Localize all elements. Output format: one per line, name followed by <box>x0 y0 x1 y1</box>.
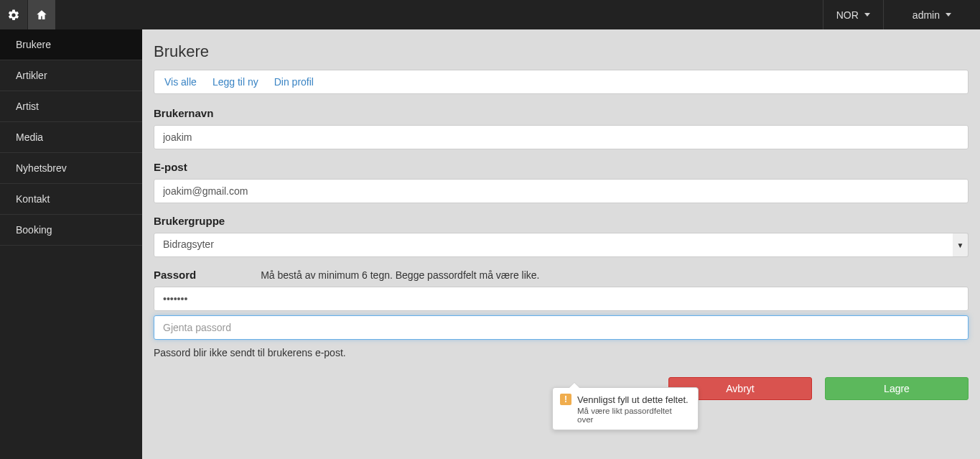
sidebar-item-nyhetsbrev[interactable]: Nyhetsbrev <box>0 153 142 184</box>
user-form: Brukernavn E-post Brukergruppe Bidragsyt… <box>154 107 969 400</box>
password-label: Passord <box>154 269 196 281</box>
tab-your-profile[interactable]: Din profil <box>274 76 314 88</box>
username-label: Brukernavn <box>154 107 969 119</box>
gear-icon <box>7 9 20 22</box>
password-input[interactable] <box>154 287 969 311</box>
group-select[interactable]: Bidragsyter ▼ <box>154 233 969 257</box>
save-button[interactable]: Lagre <box>825 377 969 400</box>
group-selected-value: Bidragsyter <box>154 233 969 257</box>
sidebar-item-label: Kontakt <box>16 193 50 205</box>
password-note: Passord blir ikke sendt til brukerens e-… <box>154 347 969 358</box>
email-label: E-post <box>154 161 969 173</box>
tab-show-all[interactable]: Vis alle <box>164 76 197 88</box>
password-hint: Må bestå av minimum 6 tegn. Begge passor… <box>261 269 539 281</box>
topbar-spacer <box>56 0 823 29</box>
select-arrow-icon: ▼ <box>953 233 969 257</box>
sidebar: Brukere Artikler Artist Media Nyhetsbrev… <box>0 29 142 459</box>
validation-tooltip: ! Vennligst fyll ut dette feltet. Må vær… <box>552 387 699 430</box>
tabbar: Vis alle Legg til ny Din profil <box>154 70 969 94</box>
sidebar-item-label: Nyhetsbrev <box>16 162 67 174</box>
home-icon <box>35 9 48 22</box>
sidebar-item-label: Booking <box>16 224 52 236</box>
settings-button[interactable] <box>0 0 27 29</box>
sidebar-item-booking[interactable]: Booking <box>0 215 142 246</box>
sidebar-item-kontakt[interactable]: Kontakt <box>0 184 142 215</box>
password-repeat-input[interactable] <box>154 315 969 340</box>
sidebar-item-label: Artikler <box>16 70 47 81</box>
caret-down-icon <box>946 13 951 17</box>
page-title: Brukere <box>154 42 969 61</box>
content: Brukere Vis alle Legg til ny Din profil … <box>142 29 980 459</box>
sidebar-item-artist[interactable]: Artist <box>0 91 142 122</box>
topbar-left-icons <box>0 0 56 29</box>
topbar: NOR admin <box>0 0 980 29</box>
language-dropdown[interactable]: NOR <box>823 0 883 29</box>
tooltip-title: Vennligst fyll ut dette feltet. <box>577 394 689 405</box>
group-label: Brukergruppe <box>154 215 969 227</box>
home-button[interactable] <box>28 0 55 29</box>
warning-icon: ! <box>560 394 571 405</box>
user-dropdown[interactable]: admin <box>883 0 980 29</box>
sidebar-item-label: Artist <box>16 101 39 112</box>
tooltip-sub: Må være likt passordfeltet over <box>560 407 689 424</box>
user-label: admin <box>913 9 940 21</box>
sidebar-item-artikler[interactable]: Artikler <box>0 60 142 91</box>
language-label: NOR <box>836 9 859 21</box>
caret-down-icon <box>864 13 870 17</box>
tab-add-new[interactable]: Legg til ny <box>213 76 258 88</box>
sidebar-item-brukere[interactable]: Brukere <box>0 29 142 60</box>
email-input[interactable] <box>154 179 969 203</box>
username-input[interactable] <box>154 125 969 149</box>
sidebar-item-label: Brukere <box>16 39 51 50</box>
sidebar-item-media[interactable]: Media <box>0 122 142 153</box>
sidebar-item-label: Media <box>16 131 43 143</box>
